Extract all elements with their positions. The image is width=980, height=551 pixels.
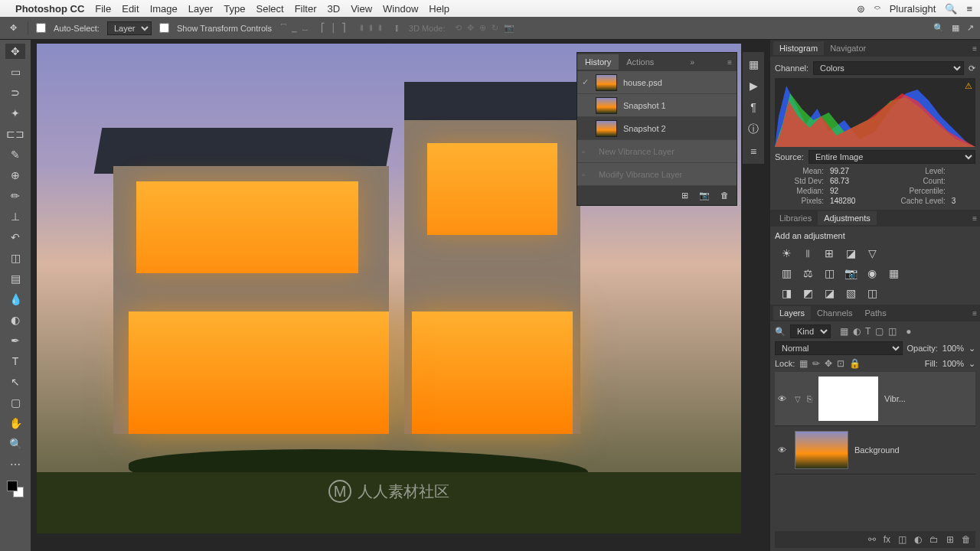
tab-layers[interactable]: Layers (773, 306, 811, 320)
eraser-tool[interactable]: ◫ (5, 250, 25, 266)
threshold-icon[interactable]: ◪ (822, 286, 836, 300)
account-name[interactable]: Pluralsight (890, 3, 936, 15)
wifi-icon[interactable]: ⌔ (874, 3, 880, 15)
hue-icon[interactable]: ▥ (779, 266, 793, 280)
menu-layer[interactable]: Layer (188, 3, 214, 15)
menu-image[interactable]: Image (150, 3, 178, 15)
menu-3d[interactable]: 3D (328, 3, 341, 15)
shape-tool[interactable]: ▢ (5, 395, 25, 410)
history-snapshot[interactable]: ✓ house.psd (577, 71, 737, 94)
paragraph-icon[interactable]: ¶ (750, 101, 756, 113)
filter-smart-icon[interactable]: ◫ (888, 326, 897, 337)
lock-transparency-icon[interactable]: ▦ (799, 358, 808, 369)
selective-color-icon[interactable]: ◫ (865, 286, 879, 300)
warning-icon[interactable]: ⚠ (965, 81, 972, 91)
tab-actions[interactable]: Actions (619, 54, 662, 70)
link-layers-icon[interactable]: ⚯ (868, 534, 876, 545)
new-fill-icon[interactable]: ◐ (914, 534, 922, 545)
brush-tool[interactable]: ✏ (5, 188, 25, 204)
tab-navigator[interactable]: Navigator (824, 41, 872, 55)
auto-select-dropdown[interactable]: Layer (107, 21, 152, 35)
fill-value[interactable]: 100% (942, 359, 964, 368)
visibility-icon[interactable]: 👁 (778, 445, 789, 455)
chevron-down-icon[interactable]: ⌄ (969, 359, 975, 369)
layer-row[interactable]: 👁 Background (775, 426, 975, 474)
opacity-value[interactable]: 100% (942, 344, 964, 353)
chevron-down-icon[interactable]: ⌄ (969, 344, 975, 354)
character-icon[interactable]: ≡ (750, 145, 756, 158)
menu-help[interactable]: Help (429, 3, 449, 15)
curves-icon[interactable]: ⊞ (822, 246, 836, 260)
healing-tool[interactable]: ⊕ (5, 168, 25, 183)
filter-kind-dropdown[interactable]: Kind (790, 324, 831, 338)
layer-row[interactable]: 👁 ▽ ⎘ Vibr... (775, 372, 975, 426)
distribute-icon[interactable]: ⫿ (395, 23, 400, 32)
levels-icon[interactable]: ⫴ (801, 246, 815, 260)
align-hcenter-icon[interactable]: │ (331, 23, 336, 32)
panel-menu-icon[interactable]: ≡ (972, 309, 977, 318)
posterize-icon[interactable]: ◩ (801, 286, 815, 300)
eyedropper-tool[interactable]: ✎ (5, 147, 25, 162)
menu-edit[interactable]: Edit (122, 3, 139, 15)
link-icon[interactable]: ⎘ (807, 394, 812, 403)
align-vcenter-icon[interactable]: ⎯ (292, 23, 297, 32)
filter-type-icon[interactable]: T (865, 326, 871, 337)
channel-mixer-icon[interactable]: ◉ (865, 266, 879, 280)
menu-list-icon[interactable]: ≡ (966, 3, 972, 15)
pen-tool[interactable]: ✒ (5, 333, 25, 348)
app-name[interactable]: Photoshop CC (15, 3, 84, 15)
arrange-docs-icon[interactable]: ▦ (952, 23, 959, 33)
tab-channels[interactable]: Channels (811, 306, 858, 320)
color-swatches[interactable] (7, 481, 24, 497)
disclose-icon[interactable]: ▽ (795, 395, 801, 403)
bw-icon[interactable]: ◫ (822, 266, 836, 280)
tab-histogram[interactable]: Histogram (773, 41, 824, 55)
hand-tool[interactable]: ✋ (5, 416, 25, 431)
filter-pixel-icon[interactable]: ▦ (840, 326, 848, 337)
layer-mask-icon[interactable]: ◫ (898, 534, 906, 545)
stamp-tool[interactable]: ⊥ (5, 209, 25, 224)
tab-libraries[interactable]: Libraries (773, 211, 818, 225)
type-tool[interactable]: T (5, 354, 25, 369)
align-right-icon[interactable]: ⎤ (341, 23, 346, 32)
zoom-tool[interactable]: 🔍 (5, 436, 25, 452)
exposure-icon[interactable]: ◪ (844, 246, 858, 260)
new-layer-icon[interactable]: ⊞ (946, 534, 954, 545)
cc-icon[interactable]: ⊚ (857, 3, 865, 15)
share-icon[interactable]: ↗ (967, 23, 974, 33)
panel-menu-icon[interactable]: ≡ (972, 214, 977, 223)
layer-name[interactable]: Vibr... (884, 394, 906, 403)
menu-window[interactable]: Window (383, 3, 418, 15)
show-transform-checkbox[interactable] (159, 23, 169, 33)
align-left-icon[interactable]: ⎡ (321, 23, 325, 32)
tab-adjustments[interactable]: Adjustments (818, 211, 877, 225)
layer-name[interactable]: Background (854, 445, 900, 455)
layer-fx-icon[interactable]: fx (884, 534, 890, 545)
trash-icon[interactable]: 🗑 (720, 191, 729, 201)
history-state[interactable]: ▫ New Vibrance Layer (577, 140, 737, 163)
menu-filter[interactable]: Filter (295, 3, 317, 15)
lut-icon[interactable]: ▦ (887, 266, 900, 280)
gradient-map-icon[interactable]: ▧ (844, 286, 858, 300)
distribute-icon[interactable]: ⫴ (369, 23, 373, 32)
spotlight-icon[interactable]: 🔍 (945, 3, 957, 15)
mask-thumbnail[interactable] (818, 377, 878, 421)
visibility-icon[interactable]: 👁 (778, 394, 789, 403)
tab-paths[interactable]: Paths (859, 306, 893, 320)
filter-shape-icon[interactable]: ▢ (875, 326, 884, 337)
crop-tool[interactable]: ⊏⊐ (5, 126, 25, 142)
more-tools[interactable]: ⋯ (5, 457, 25, 472)
collapse-icon[interactable]: » (690, 58, 694, 67)
lock-artboard-icon[interactable]: ⊡ (837, 358, 844, 369)
layer-thumbnail[interactable] (795, 431, 848, 469)
history-brush-tool[interactable]: ↶ (5, 230, 25, 245)
panel-menu-icon[interactable]: ≡ (972, 44, 977, 53)
search-icon[interactable]: 🔍 (775, 327, 786, 337)
marquee-tool[interactable]: ▭ (5, 64, 25, 80)
swatches-icon[interactable]: ▦ (749, 58, 759, 70)
lock-all-icon[interactable]: 🔒 (849, 358, 861, 369)
new-document-icon[interactable]: ⊞ (681, 191, 688, 201)
history-snapshot[interactable]: Snapshot 2 (577, 117, 737, 140)
distribute-icon[interactable]: ⫴ (378, 23, 382, 32)
search-icon[interactable]: 🔍 (933, 23, 944, 33)
